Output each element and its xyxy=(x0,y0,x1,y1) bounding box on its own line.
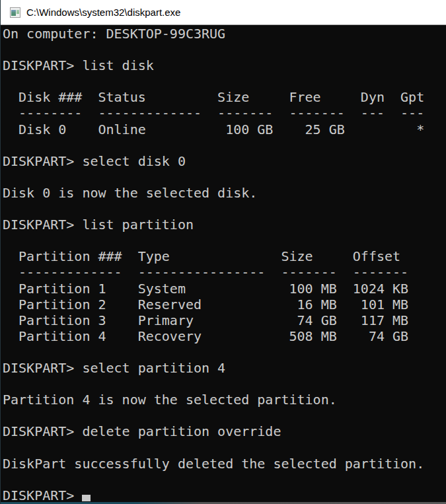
terminal-prompt-line: DISKPART> xyxy=(3,487,446,503)
terminal-line: Partition 1 System 100 MB 1024 KB xyxy=(3,281,446,297)
console-icon-pane xyxy=(17,10,19,14)
terminal-line: DISKPART> select disk 0 xyxy=(3,153,446,169)
terminal-line xyxy=(3,233,446,248)
terminal-output[interactable]: On computer: DESKTOP-99C3RUGDISKPART> li… xyxy=(1,25,446,504)
terminal-line xyxy=(3,344,446,360)
terminal-line xyxy=(3,137,446,153)
terminal-line: Partition ### Type Size Offset xyxy=(3,248,446,264)
terminal-line: On computer: DESKTOP-99C3RUG xyxy=(3,26,446,42)
terminal-line: Partition 4 is now the selected partitio… xyxy=(3,392,446,408)
terminal-line: DISKPART> delete partition override xyxy=(3,423,446,439)
terminal-line: Disk ### Status Size Free Dyn Gpt xyxy=(3,89,446,105)
terminal-line: Disk 0 Online 100 GB 25 GB * xyxy=(3,122,446,137)
prompt-text: DISKPART> xyxy=(3,487,82,503)
terminal-line xyxy=(3,439,446,455)
terminal-line xyxy=(3,376,446,392)
terminal-line: DISKPART> list partition xyxy=(3,217,446,233)
console-icon-pane xyxy=(11,10,16,16)
terminal-lines: On computer: DESKTOP-99C3RUGDISKPART> li… xyxy=(3,26,446,487)
terminal-line: DISKPART> select partition 4 xyxy=(3,360,446,376)
terminal-line xyxy=(3,408,446,423)
terminal-line: Partition 2 Reserved 16 MB 101 MB xyxy=(3,297,446,312)
text-cursor-block xyxy=(82,495,91,501)
terminal-line xyxy=(3,201,446,217)
terminal-line: -------- ------------- ------- ------- -… xyxy=(3,105,446,121)
terminal-line: ------------- ---------------- ------- -… xyxy=(3,264,446,280)
terminal-line xyxy=(3,42,446,57)
terminal-line: DISKPART> list disk xyxy=(3,57,446,73)
console-window: C:\Windows\system32\diskpart.exe On comp… xyxy=(0,0,446,504)
window-title: C:\Windows\system32\diskpart.exe xyxy=(26,7,180,18)
terminal-line: Disk 0 is now the selected disk. xyxy=(3,185,446,201)
terminal-line xyxy=(3,169,446,185)
terminal-line xyxy=(3,73,446,89)
terminal-line: Partition 3 Primary 74 GB 117 MB xyxy=(3,312,446,328)
terminal-line: Partition 4 Recovery 508 MB 74 GB xyxy=(3,328,446,344)
terminal-line: DiskPart successfully deleted the select… xyxy=(3,456,446,472)
terminal-line xyxy=(3,472,446,487)
title-bar[interactable]: C:\Windows\system32\diskpart.exe xyxy=(1,0,446,25)
console-icon[interactable] xyxy=(10,7,20,18)
